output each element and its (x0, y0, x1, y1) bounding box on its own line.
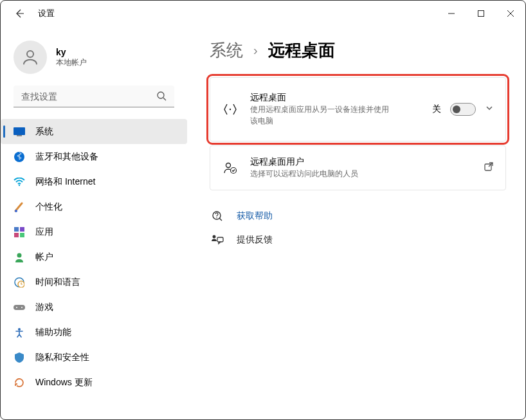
search-icon (156, 91, 167, 104)
system-icon (14, 126, 25, 138)
svg-rect-13 (20, 233, 24, 237)
svg-point-20 (18, 328, 21, 331)
nav-item-time-language[interactable]: 时间和语言 (1, 269, 187, 295)
svg-point-3 (158, 92, 164, 98)
nav-label: 应用 (35, 226, 53, 238)
sidebar: ky 本地帐户 系统 蓝牙和其他设备 网络和 Internet (1, 26, 194, 419)
globe-clock-icon (14, 277, 25, 288)
svg-rect-11 (20, 227, 24, 232)
nav-item-windows-update[interactable]: Windows 更新 (1, 370, 187, 395)
open-external-icon[interactable] (484, 161, 494, 174)
card-title: 远程桌面用户 (250, 156, 472, 168)
nav-label: 游戏 (35, 302, 53, 313)
svg-rect-6 (17, 135, 22, 136)
help-icon (210, 210, 225, 223)
svg-point-22 (226, 163, 231, 168)
breadcrumb: 系统 › 远程桌面 (210, 39, 506, 62)
toggle-state-label: 关 (432, 104, 441, 115)
main-panel: 系统 › 远程桌面 远程桌面 使用远程桌面应用从另一设备连接并使用该电脑 关 (194, 26, 525, 419)
nav-item-system[interactable]: 系统 (1, 119, 187, 144)
users-icon (222, 161, 239, 175)
nav-item-bluetooth[interactable]: 蓝牙和其他设备 (1, 144, 187, 169)
nav-label: 蓝牙和其他设备 (35, 151, 98, 163)
help-links: 获取帮助 提供反馈 (210, 210, 506, 246)
user-subtitle: 本地帐户 (56, 57, 87, 68)
gamepad-icon (14, 302, 25, 313)
avatar (14, 41, 47, 74)
svg-point-14 (17, 253, 22, 257)
remote-desktop-icon (222, 102, 239, 116)
nav-label: 网络和 Internet (35, 176, 95, 188)
svg-point-19 (21, 307, 23, 308)
svg-rect-12 (14, 233, 19, 237)
nav-label: 系统 (35, 126, 53, 138)
link-label: 提供反馈 (237, 234, 273, 246)
svg-line-27 (219, 218, 222, 221)
accessibility-icon (14, 327, 25, 338)
nav-list: 系统 蓝牙和其他设备 网络和 Internet 个性化 应用 帐户 (1, 119, 187, 395)
nav-item-apps[interactable]: 应用 (1, 219, 187, 244)
title-bar: 设置 (1, 1, 525, 26)
svg-point-2 (27, 51, 33, 57)
brush-icon (14, 201, 25, 213)
user-name: ky (56, 47, 87, 57)
nav-item-accessibility[interactable]: 辅助功能 (1, 320, 187, 345)
svg-rect-5 (14, 127, 25, 135)
card-remote-users[interactable]: 远程桌面用户 选择可以远程访问此电脑的人员 (210, 145, 506, 190)
close-button[interactable] (496, 3, 525, 24)
update-icon (14, 377, 25, 388)
nav-label: Windows 更新 (35, 377, 93, 388)
nav-label: 时间和语言 (35, 277, 80, 288)
svg-point-9 (15, 210, 17, 212)
card-subtitle: 使用远程桌面应用从另一设备连接并使用该电脑 (250, 104, 392, 127)
feedback-icon (210, 234, 225, 246)
person-icon (14, 251, 25, 263)
apps-icon (14, 226, 25, 238)
nav-item-personalization[interactable]: 个性化 (1, 194, 187, 219)
page-title: 远程桌面 (268, 39, 335, 62)
nav-item-privacy[interactable]: 隐私和安全性 (1, 345, 187, 370)
svg-rect-10 (14, 227, 19, 232)
search-input[interactable] (14, 86, 174, 107)
card-subtitle: 选择可以远程访问此电脑的人员 (250, 168, 472, 179)
user-block[interactable]: ky 本地帐户 (1, 26, 187, 86)
nav-label: 隐私和安全性 (35, 352, 89, 363)
chevron-down-icon[interactable] (485, 104, 494, 115)
chevron-right-icon: › (253, 43, 258, 58)
nav-label: 辅助功能 (35, 327, 71, 338)
svg-point-28 (213, 235, 216, 239)
maximize-button[interactable] (466, 3, 496, 24)
link-get-help[interactable]: 获取帮助 (210, 210, 506, 223)
minimize-button[interactable] (437, 3, 466, 24)
svg-rect-1 (478, 11, 484, 17)
app-title: 设置 (38, 8, 55, 19)
nav-label: 帐户 (35, 251, 53, 263)
wifi-icon (14, 176, 25, 188)
shield-icon (14, 352, 25, 363)
nav-item-accounts[interactable]: 帐户 (1, 244, 187, 269)
breadcrumb-parent[interactable]: 系统 (210, 39, 243, 62)
svg-point-18 (16, 307, 17, 308)
svg-point-26 (216, 217, 217, 218)
svg-line-4 (163, 98, 166, 100)
nav-label: 个性化 (35, 201, 62, 213)
nav-item-gaming[interactable]: 游戏 (1, 295, 187, 320)
search-wrap (1, 86, 187, 119)
svg-rect-29 (217, 237, 223, 242)
card-remote-desktop[interactable]: 远程桌面 使用远程桌面应用从另一设备连接并使用该电脑 关 (210, 77, 506, 142)
back-button[interactable] (12, 6, 26, 21)
card-title: 远程桌面 (250, 92, 421, 104)
window-controls (437, 3, 525, 24)
nav-item-network[interactable]: 网络和 Internet (1, 169, 187, 194)
svg-point-8 (19, 184, 20, 185)
link-feedback[interactable]: 提供反馈 (210, 234, 506, 246)
link-label: 获取帮助 (237, 210, 273, 222)
svg-rect-17 (14, 305, 25, 310)
remote-desktop-toggle[interactable] (450, 103, 476, 116)
bluetooth-icon (14, 151, 25, 163)
svg-point-21 (230, 109, 231, 110)
